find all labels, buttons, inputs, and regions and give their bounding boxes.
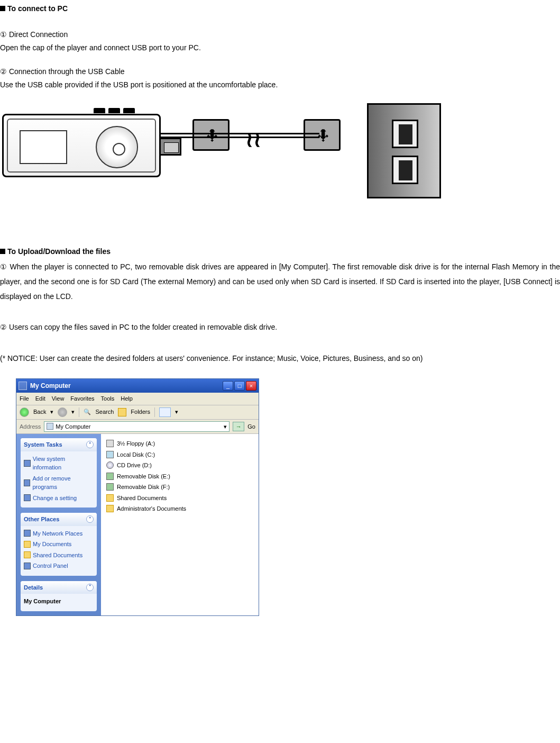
details-header[interactable]: Details ˄ <box>21 581 97 594</box>
back-label[interactable]: Back <box>33 407 46 416</box>
item1-title-line: ① Direct Connection <box>0 29 560 40</box>
other-places-header[interactable]: Other Places ˄ <box>21 513 97 526</box>
player-top-buttons <box>94 108 135 113</box>
place-control-panel[interactable]: Control Panel <box>24 560 94 572</box>
dropdown-arrow-icon[interactable]: ▾ <box>71 407 75 416</box>
bullet-square-icon <box>0 249 5 254</box>
search-icon[interactable]: 🔍 <box>84 407 91 416</box>
heading-text: To connect to PC <box>7 4 68 13</box>
drive-label: Removable Disk (F:) <box>117 483 170 492</box>
dropdown-arrow-icon[interactable]: ▾ <box>224 422 227 431</box>
pc-usb-ports-illustration <box>367 103 441 198</box>
folder-icon <box>106 505 114 512</box>
forward-button-icon[interactable] <box>58 407 67 417</box>
task-view-system-info[interactable]: View system information <box>24 454 94 473</box>
dropdown-arrow-icon[interactable]: ▾ <box>175 407 178 416</box>
close-button[interactable]: × <box>246 381 256 391</box>
player-device-illustration <box>2 114 161 177</box>
menu-help[interactable]: Help <box>121 394 133 403</box>
search-label[interactable]: Search <box>95 407 114 416</box>
folder-admin-documents[interactable]: Administrator's Documents <box>106 503 253 514</box>
toolbar: Back ▾ ▾ 🔍 Search Folders ▾ <box>16 405 259 420</box>
details-title: Details <box>24 583 43 592</box>
go-button[interactable]: → <box>233 422 244 431</box>
my-computer-icon <box>19 382 27 390</box>
drive-label: 3½ Floppy (A:) <box>117 439 155 448</box>
address-value: My Computer <box>56 422 90 431</box>
drive-cd[interactable]: CD Drive (D:) <box>106 460 253 471</box>
upload-item2-text: Users can copy the files saved in PC to … <box>9 323 277 331</box>
floppy-icon <box>106 440 114 447</box>
address-label: Address <box>20 422 41 431</box>
removable-disk-icon <box>106 483 114 491</box>
back-button-icon[interactable] <box>20 407 29 417</box>
heading-upload-download: To Upload/Download the files <box>0 246 560 257</box>
place-network[interactable]: My Network Places <box>24 528 94 539</box>
menu-favorites[interactable]: Favorites <box>70 394 94 403</box>
dropdown-arrow-icon[interactable]: ▾ <box>50 407 53 416</box>
drive-label: CD Drive (D:) <box>117 461 152 470</box>
details-group: Details ˄ My Computer <box>21 581 97 611</box>
folder-icon <box>24 551 31 558</box>
removable-disk-icon <box>106 473 114 480</box>
bullet-square-icon <box>0 6 5 11</box>
system-tasks-group: System Tasks ˄ View system information A… <box>21 438 97 508</box>
player-wheel <box>96 126 138 168</box>
drive-removable-f[interactable]: Removable Disk (F:) <box>106 482 253 493</box>
cable-squiggle-icon: ≀≀ <box>245 123 261 155</box>
system-tasks-title: System Tasks <box>24 440 62 449</box>
drives-list: 3½ Floppy (A:) Local Disk (C:) CD Drive … <box>101 434 259 615</box>
address-input[interactable]: My Computer ▾ <box>44 421 229 432</box>
window-titlebar[interactable]: My Computer _ □ × <box>16 379 259 393</box>
chevron-up-icon[interactable]: ˄ <box>86 515 94 523</box>
circled-1-marker: ① <box>0 30 7 39</box>
views-button-icon[interactable] <box>159 407 171 417</box>
heading-connect-pc: To connect to PC <box>0 3 560 14</box>
place-label: My Documents <box>33 540 71 549</box>
folders-icon[interactable] <box>118 408 126 416</box>
pc-usb-port <box>392 156 418 184</box>
minimize-button[interactable]: _ <box>223 381 233 391</box>
chevron-up-icon[interactable]: ˄ <box>86 441 94 448</box>
place-my-documents[interactable]: My Documents <box>24 539 94 550</box>
circled-2-marker: ② <box>0 67 7 76</box>
drive-floppy[interactable]: 3½ Floppy (A:) <box>106 438 253 449</box>
place-label: My Network Places <box>33 529 82 538</box>
chevron-up-icon[interactable]: ˄ <box>86 584 94 591</box>
folder-shared-documents[interactable]: Shared Documents <box>106 493 253 504</box>
network-icon <box>24 530 31 537</box>
menu-bar: File Edit View Favorites Tools Help <box>16 393 259 405</box>
player-screen <box>20 130 67 164</box>
drive-label: Local Disk (C:) <box>117 450 155 459</box>
item2-text: Use the USB cable provided if the USB po… <box>0 79 560 90</box>
window-title: My Computer <box>30 381 222 391</box>
drive-local-c[interactable]: Local Disk (C:) <box>106 449 253 460</box>
drive-label: Shared Documents <box>117 494 167 503</box>
toolbar-separator <box>79 407 79 417</box>
drive-removable-e[interactable]: Removable Disk (E:) <box>106 471 253 482</box>
place-label: Shared Documents <box>33 551 82 560</box>
item2-title: Connection through the USB Cable <box>9 67 125 76</box>
menu-file[interactable]: File <box>20 394 29 403</box>
place-shared-documents[interactable]: Shared Documents <box>24 550 94 561</box>
upload-notice: (* NOTICE: User can create the desired f… <box>0 351 560 366</box>
item1-title: Direct Connection <box>9 30 68 39</box>
menu-tools[interactable]: Tools <box>101 394 115 403</box>
folders-label[interactable]: Folders <box>131 407 150 416</box>
task-add-remove-programs[interactable]: Add or remove programs <box>24 473 94 493</box>
player-usb-plug <box>159 138 181 156</box>
info-icon <box>24 460 31 467</box>
task-label: Change a setting <box>33 494 77 503</box>
window-body: System Tasks ˄ View system information A… <box>16 434 259 615</box>
menu-edit[interactable]: Edit <box>35 394 45 403</box>
go-label[interactable]: Go <box>247 422 255 431</box>
place-label: Control Panel <box>33 561 68 570</box>
maximize-button[interactable]: □ <box>234 381 245 391</box>
system-tasks-header[interactable]: System Tasks ˄ <box>21 438 97 451</box>
control-panel-icon <box>24 563 31 569</box>
drive-label: Administrator's Documents <box>117 504 186 513</box>
side-panel: System Tasks ˄ View system information A… <box>16 434 101 615</box>
address-bar: Address My Computer ▾ → Go <box>16 420 259 434</box>
menu-view[interactable]: View <box>52 394 65 403</box>
task-change-setting[interactable]: Change a setting <box>24 493 94 504</box>
